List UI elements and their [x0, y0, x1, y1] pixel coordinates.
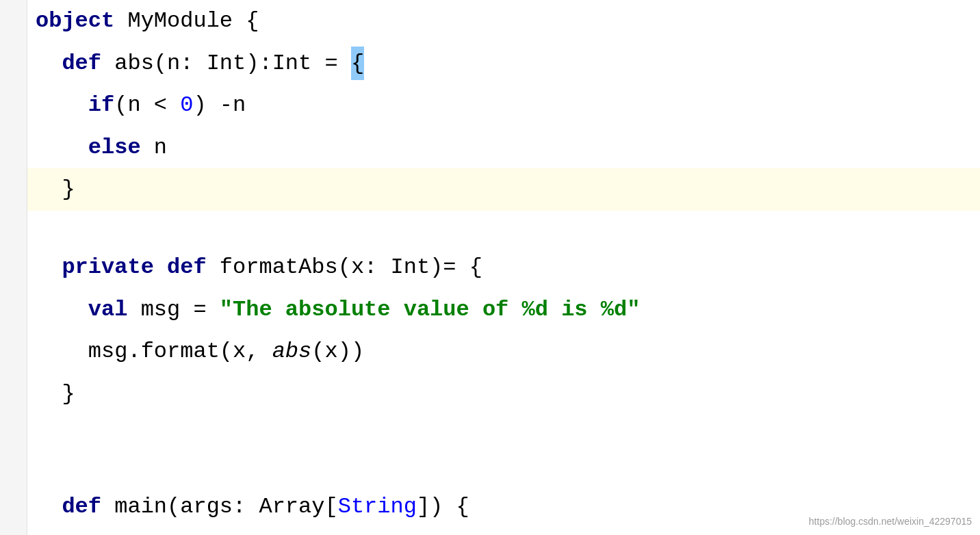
keyword-def: def	[62, 47, 101, 81]
keyword-else: else	[88, 131, 141, 165]
text: msg =	[141, 293, 220, 327]
line-gutter-8	[0, 289, 27, 331]
paren: (	[311, 532, 324, 535]
text: formatAbs(x: Int)= {	[207, 250, 482, 285]
line-content-blank-1	[27, 211, 980, 246]
code-line-4: else n	[0, 127, 980, 169]
keyword-object: object	[36, 4, 114, 38]
keyword-private: private	[62, 250, 153, 285]
keyword-val: val	[88, 293, 128, 327]
code-line-blank-1	[0, 211, 980, 246]
indent	[36, 250, 62, 285]
indent	[36, 293, 88, 327]
line-content-5: }	[27, 168, 980, 211]
line-content-blank-3	[27, 450, 980, 486]
indent	[36, 131, 88, 165]
line-gutter-2	[0, 42, 27, 85]
line-gutter-14	[0, 528, 27, 535]
line-gutter-9	[0, 330, 27, 373]
function-abs: abs	[272, 335, 312, 369]
indent	[36, 335, 88, 369]
code-line-5: }	[0, 168, 980, 211]
function-println: println	[88, 532, 180, 535]
space	[127, 293, 140, 327]
code-line-2: def abs(n: Int):Int = {	[0, 42, 980, 85]
watermark: https://blog.csdn.net/weixin_42297015	[809, 514, 972, 530]
line-content-blank-2	[27, 415, 980, 450]
code-editor: object MyModule { def abs(n: Int):Int = …	[0, 0, 980, 535]
number-neg42: -42	[324, 532, 364, 535]
line-gutter-blank-2	[0, 415, 27, 450]
text: ) -n	[193, 88, 246, 122]
code-line-8: val msg = "The absolute value of %d is %…	[0, 289, 980, 331]
paren-open: (	[180, 532, 193, 535]
text: (n <	[114, 88, 180, 122]
line-gutter-blank-1	[0, 211, 27, 246]
text: abs(n: Int):Int =	[101, 47, 351, 81]
space	[154, 250, 167, 285]
code-line-7: private def formatAbs(x: Int)= {	[0, 246, 980, 289]
cursor-brace: {	[351, 47, 364, 81]
indent	[36, 490, 62, 524]
line-gutter-3	[0, 84, 27, 127]
text: }	[36, 172, 75, 207]
line-content-1: object MyModule {	[27, 0, 980, 42]
line-content-3: if(n < 0) -n	[27, 84, 980, 127]
line-gutter-13	[0, 486, 27, 528]
line-content-7: private def formatAbs(x: Int)= {	[27, 246, 980, 289]
keyword-def3: def	[62, 490, 101, 524]
text: }	[36, 377, 75, 411]
code-line-10: }	[0, 373, 980, 415]
indent	[36, 532, 88, 535]
line-content-2: def abs(n: Int):Int = {	[27, 42, 980, 85]
text: MyModule {	[114, 4, 259, 38]
line-gutter-5	[0, 168, 27, 211]
paren-close: ))	[364, 532, 390, 535]
line-content-9: msg.format(x, abs(x))	[27, 330, 980, 373]
indent	[36, 88, 88, 122]
function-formatabs: formatAbs	[193, 532, 311, 535]
keyword-if: if	[88, 88, 114, 122]
type-string: String	[338, 490, 417, 524]
line-gutter-10	[0, 373, 27, 415]
keyword-def2: def	[167, 250, 207, 285]
text: (x))	[311, 335, 364, 369]
text: msg.format(x,	[88, 335, 272, 369]
code-line-3: if(n < 0) -n	[0, 84, 980, 127]
indent	[36, 47, 62, 81]
code-line-blank-2	[0, 415, 980, 450]
line-gutter-7	[0, 246, 27, 289]
line-content-4: else n	[27, 127, 980, 169]
text: ]) {	[417, 490, 469, 524]
line-content-8: val msg = "The absolute value of %d is %…	[27, 289, 980, 331]
line-content-10: }	[27, 373, 980, 415]
line-gutter-1	[0, 0, 27, 42]
line-gutter-blank-3	[0, 450, 27, 486]
code-line-1: object MyModule {	[0, 0, 980, 42]
number-zero: 0	[180, 88, 193, 122]
code-line-blank-3	[0, 450, 980, 486]
text: n	[141, 131, 167, 165]
line-gutter-4	[0, 127, 27, 169]
text: main(args: Array[	[101, 490, 338, 524]
string-literal: "The absolute value of %d is %d"	[220, 293, 641, 327]
code-line-9: msg.format(x, abs(x))	[0, 330, 980, 373]
